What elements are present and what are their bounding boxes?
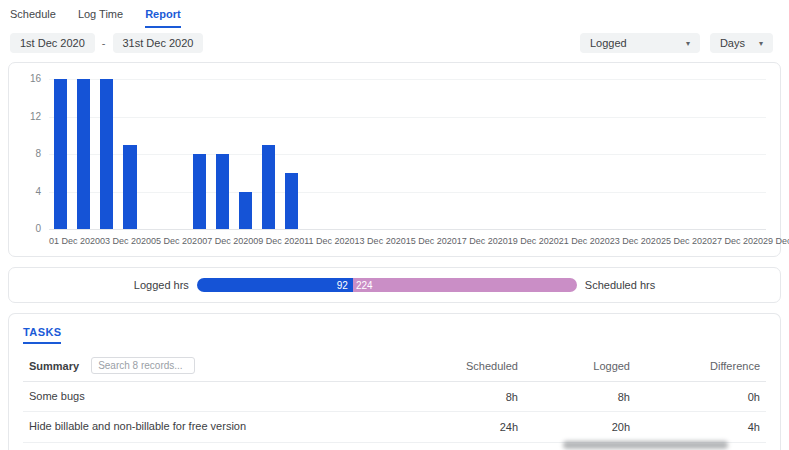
- scheduled-hrs-label: Scheduled hrs: [585, 279, 655, 291]
- bar-slot: [535, 79, 558, 229]
- x-tick-label: 11 Dec 2020: [304, 236, 354, 246]
- x-tick-label: 29 Dec 2020: [763, 236, 789, 246]
- x-tick-label: 19 Dec 2020: [508, 236, 559, 246]
- bar-slot: [604, 79, 627, 229]
- y-tick-label: 12: [30, 110, 41, 121]
- y-tick-label: 16: [30, 73, 41, 84]
- tasks-table: Summary Scheduled Logged Difference Some…: [23, 353, 766, 450]
- bar-slot: [188, 79, 211, 229]
- date-range-picker: 1st Dec 2020 - 31st Dec 2020: [10, 33, 203, 53]
- x-tick-label: 21 Dec 2020: [559, 236, 610, 246]
- x-tick-label: 03 Dec 2020: [100, 236, 151, 246]
- chart-y-axis: 1612840: [23, 79, 49, 229]
- task-summary-cell: Some bugs: [29, 389, 406, 404]
- bar-slot: [165, 79, 188, 229]
- bar[interactable]: [239, 192, 252, 230]
- x-tick-label: 25 Dec 2020: [661, 236, 712, 246]
- logged-vs-scheduled-progress: Logged hrs 92 224 Scheduled hrs: [8, 267, 781, 303]
- metric-select[interactable]: Logged ▾: [580, 33, 700, 53]
- bar-slot: [396, 79, 419, 229]
- task-scheduled-cell: 8h: [406, 391, 518, 403]
- chart-area: 1612840: [23, 79, 766, 229]
- tasks-section-title[interactable]: TASKS: [23, 326, 61, 344]
- horizontal-scrollbar-thumb[interactable]: [563, 441, 728, 449]
- bar-slot: [95, 79, 118, 229]
- task-difference-cell: 4h: [630, 421, 760, 433]
- granularity-select-value: Days: [720, 37, 745, 49]
- tab-schedule[interactable]: Schedule: [10, 8, 56, 28]
- tasks-table-body: Some bugs8h8h0hHide billable and non-bil…: [23, 382, 766, 450]
- bar[interactable]: [123, 145, 136, 229]
- bar-slot: [697, 79, 720, 229]
- y-tick-label: 4: [35, 185, 41, 196]
- x-tick-label: 13 Dec 2020: [355, 236, 406, 246]
- toolbar: 1st Dec 2020 - 31st Dec 2020 Logged ▾ Da…: [0, 28, 789, 62]
- bar-slot: [419, 79, 442, 229]
- bar-slot: [442, 79, 465, 229]
- bar[interactable]: [77, 79, 90, 229]
- x-tick-label: 05 Dec 2020: [151, 236, 202, 246]
- table-row[interactable]: Some bugs8h8h0h: [23, 382, 766, 412]
- date-range-separator: -: [102, 37, 106, 49]
- bar-slot: [373, 79, 396, 229]
- bar[interactable]: [285, 173, 298, 229]
- end-date-chip[interactable]: 31st Dec 2020: [113, 33, 204, 53]
- metric-select-value: Logged: [590, 37, 627, 49]
- bar[interactable]: [100, 79, 113, 229]
- chevron-down-icon: ▾: [686, 39, 690, 48]
- bar-slot: [350, 79, 373, 229]
- bar[interactable]: [193, 154, 206, 229]
- chart-bars: [49, 79, 766, 229]
- logged-hours-bar-chart: 1612840 01 Dec 202003 Dec 202005 Dec 202…: [8, 62, 781, 257]
- scheduled-value: 224: [356, 280, 373, 291]
- progress-bar: 92 224: [197, 278, 577, 292]
- bar-slot: [650, 79, 673, 229]
- bar-slot: [49, 79, 72, 229]
- task-summary-cell: Hide billable and non-billable for free …: [29, 419, 406, 434]
- summary-header-cell: Summary: [29, 357, 406, 374]
- bar[interactable]: [216, 154, 229, 229]
- x-tick-label: 07 Dec 2020: [202, 236, 253, 246]
- task-difference-cell: 0h: [630, 391, 760, 403]
- bar-slot: [72, 79, 95, 229]
- bar-slot: [465, 79, 488, 229]
- bar-slot: [327, 79, 350, 229]
- bar-slot: [581, 79, 604, 229]
- x-tick-label: 17 Dec 2020: [457, 236, 508, 246]
- scheduled-column-header[interactable]: Scheduled: [406, 360, 518, 372]
- chart-plot-area: [49, 79, 766, 229]
- bar-slot: [558, 79, 581, 229]
- x-tick-label: 09 Dec 2020: [253, 236, 304, 246]
- search-input[interactable]: [91, 357, 195, 374]
- task-logged-cell: 8h: [518, 391, 630, 403]
- tab-log-time[interactable]: Log Time: [78, 8, 123, 28]
- bar[interactable]: [262, 145, 275, 229]
- x-tick-label: 01 Dec 2020: [49, 236, 100, 246]
- logged-hrs-label: Logged hrs: [134, 279, 189, 291]
- logged-segment: 92: [197, 278, 353, 292]
- y-tick-label: 0: [35, 223, 41, 234]
- tab-report[interactable]: Report: [145, 8, 180, 28]
- x-tick-label: 27 Dec 2020: [712, 236, 763, 246]
- summary-column-header: Summary: [29, 360, 79, 372]
- bar-slot: [303, 79, 326, 229]
- bar-slot: [488, 79, 511, 229]
- tasks-table-header-row: Summary Scheduled Logged Difference: [23, 353, 766, 382]
- bar-slot: [280, 79, 303, 229]
- chevron-down-icon: ▾: [759, 39, 763, 48]
- difference-column-header[interactable]: Difference: [630, 360, 760, 372]
- chart-x-axis: 01 Dec 202003 Dec 202005 Dec 202007 Dec …: [49, 229, 766, 246]
- y-tick-label: 8: [35, 148, 41, 159]
- bar-slot: [211, 79, 234, 229]
- bar-slot: [743, 79, 766, 229]
- bar[interactable]: [54, 79, 67, 229]
- start-date-chip[interactable]: 1st Dec 2020: [10, 33, 95, 53]
- table-row[interactable]: Hide billable and non-billable for free …: [23, 412, 766, 442]
- bar-slot: [118, 79, 141, 229]
- top-tab-bar: Schedule Log Time Report: [0, 0, 789, 28]
- logged-column-header[interactable]: Logged: [518, 360, 630, 372]
- bar-slot: [627, 79, 650, 229]
- task-scheduled-cell: 24h: [406, 421, 518, 433]
- granularity-select[interactable]: Days ▾: [710, 33, 773, 53]
- scheduled-segment: 224: [353, 278, 577, 292]
